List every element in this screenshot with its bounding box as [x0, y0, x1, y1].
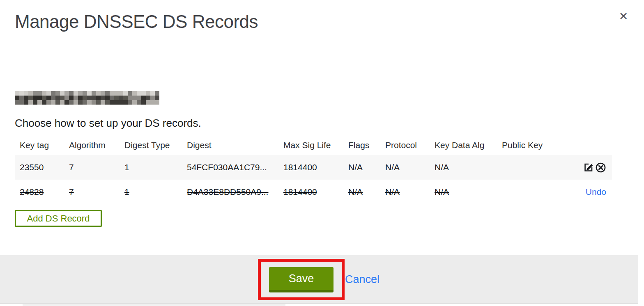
cell-flags: N/A	[343, 162, 380, 172]
add-ds-record-button[interactable]: Add DS Record	[15, 210, 102, 227]
cell-algorithm: 7	[64, 162, 120, 172]
column-header-key-data-alg: Key Data Alg	[430, 140, 497, 150]
page-title: Manage DNSSEC DS Records	[15, 11, 258, 32]
column-header-max-sig-life: Max Sig Life	[278, 140, 343, 150]
column-header-digest: Digest	[182, 140, 278, 150]
cancel-link[interactable]: Cancel	[345, 273, 380, 286]
close-icon[interactable]: ✕	[615, 8, 632, 25]
redacted-domain-name	[15, 91, 159, 105]
edit-record-icon[interactable]	[583, 162, 594, 173]
cell-key-data-alg: N/A	[430, 187, 497, 197]
column-header-flags: Flags	[343, 140, 380, 150]
cell-digest: D4A33E8DD550A9...	[182, 187, 278, 197]
dnssec-modal: Manage DNSSEC DS Records ✕ Choose how to…	[0, 0, 638, 306]
ds-records-table: Key tag Algorithm Digest Type Digest Max…	[15, 135, 612, 204]
column-header-public-key: Public Key	[497, 140, 554, 150]
cell-max-sig-life: 1814400	[278, 162, 343, 172]
delete-record-icon[interactable]	[595, 162, 606, 173]
table-header-row: Key tag Algorithm Digest Type Digest Max…	[15, 135, 612, 155]
cell-protocol: N/A	[380, 162, 430, 172]
column-header-algorithm: Algorithm	[64, 140, 120, 150]
cell-digest: 54FCF030AA1C79...	[182, 162, 278, 172]
cell-max-sig-life: 1814400	[278, 187, 343, 197]
cell-digest-type: 1	[120, 187, 182, 197]
column-header-protocol: Protocol	[380, 140, 430, 150]
cell-algorithm: 7	[64, 187, 120, 197]
row-actions: Undo	[554, 187, 612, 197]
cell-key-data-alg: N/A	[430, 162, 497, 172]
cell-flags: N/A	[343, 187, 380, 197]
column-header-digest-type: Digest Type	[120, 140, 182, 150]
cell-key-tag: 24828	[15, 187, 64, 197]
row-actions	[554, 162, 612, 173]
undo-link[interactable]: Undo	[586, 187, 606, 197]
modal-footer: Save Cancel	[0, 255, 638, 304]
table-row: 23550 7 1 54FCF030AA1C79... 1814400 N/A …	[15, 155, 612, 180]
column-header-key-tag: Key tag	[15, 140, 64, 150]
cell-digest-type: 1	[120, 162, 182, 172]
screen: Manage DNSSEC DS Records ✕ Choose how to…	[0, 0, 644, 306]
cell-protocol: N/A	[380, 187, 430, 197]
cell-key-tag: 23550	[15, 162, 64, 172]
table-row-deleted: 24828 7 1 D4A33E8DD550A9... 1814400 N/A …	[15, 180, 612, 204]
save-button[interactable]: Save	[269, 267, 334, 292]
instruction-text: Choose how to set up your DS records.	[15, 117, 201, 130]
page-behind-content	[23, 304, 285, 306]
